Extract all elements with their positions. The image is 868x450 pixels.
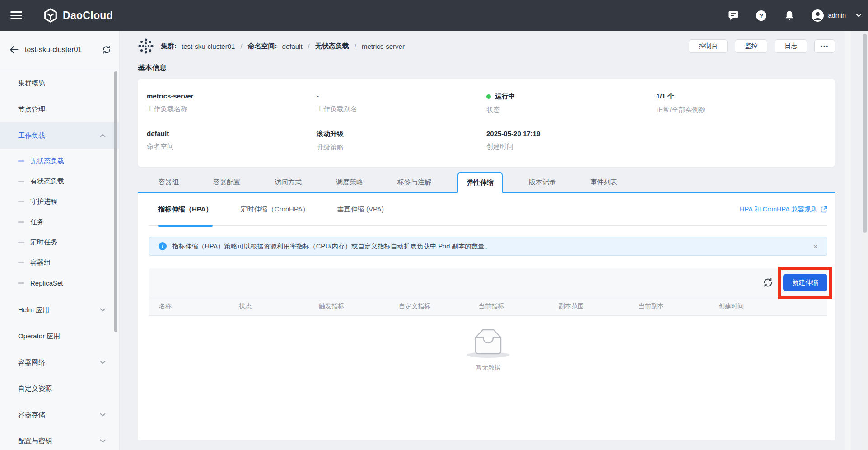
col-status: 状态 [239,302,319,310]
sidebar-item-label: 节点管理 [18,105,45,114]
sidebar-item-container-network[interactable]: 容器网络 [0,349,119,375]
sidebar-item-cronjobs[interactable]: 定时任务 [0,232,119,253]
field-value: default [147,130,317,137]
sidebar-subitem-label: 无状态负载 [30,157,64,165]
back-arrow-icon[interactable] [9,45,19,54]
notification-bell-icon[interactable] [784,9,795,21]
field-created-at: 2025-05-20 17:19 创建时间 [486,130,656,152]
sidebar-item-workloads[interactable]: 工作负载 [0,122,119,149]
window-scrollbar-thumb[interactable] [863,34,867,233]
info-icon: i [159,242,167,250]
col-custom-metric: 自定义指标 [399,302,479,310]
tab-scheduling-policy[interactable]: 调度策略 [328,172,371,192]
user-menu[interactable]: admin [812,9,862,22]
cluster-name: test-sku-cluster01 [25,46,96,54]
banner-close-icon[interactable]: × [813,242,818,251]
subtab-vpa[interactable]: 垂直伸缩 (VPA) [337,193,384,226]
sidebar-item-container-storage[interactable]: 容器存储 [0,402,119,428]
topbar: DaoCloud ? admin [0,0,868,31]
sidebar-item-replicaset[interactable]: ReplicaSet [0,273,119,293]
field-value: metrics-server [147,92,317,100]
breadcrumb: 集群: test-sku-cluster01 / 命名空间: default /… [138,38,405,54]
empty-inbox-icon [467,328,510,358]
field-namespace: default 命名空间 [147,130,317,152]
sidebar-menu: 集群概览 节点管理 工作负载 无状态负载 有状态负载 守护进程 任务 定时任务 … [0,69,119,450]
sidebar-item-label: 容器网络 [18,358,45,367]
switch-cluster-icon[interactable] [102,45,111,54]
help-icon[interactable]: ? [756,9,767,21]
sidebar-subitem-label: 有状态负载 [30,177,64,186]
sidebar-item-daemonsets[interactable]: 守护进程 [0,192,119,212]
username: admin [828,12,846,19]
console-button[interactable]: 控制台 [689,39,728,53]
field-label: 工作负载名称 [147,105,317,113]
tab-labels-annotations[interactable]: 标签与注解 [389,172,439,192]
sidebar-item-operator-apps[interactable]: Operator 应用 [0,323,119,349]
subtab-cronhpa[interactable]: 定时伸缩（CronHPA） [241,193,309,226]
field-value: 2025-05-20 17:19 [486,130,656,137]
col-created-at: 创建时间 [719,302,827,310]
more-actions-button[interactable]: ••• [814,39,835,53]
subtab-hpa[interactable]: 指标伸缩（HPA） [158,193,213,226]
compat-link-label: HPA 和 CronHPA 兼容规则 [740,205,817,214]
create-scaling-button[interactable]: 新建伸缩 [783,274,827,291]
main-content: 集群: test-sku-cluster01 / 命名空间: default /… [120,31,868,450]
col-current-metric: 当前指标 [479,302,559,310]
sidebar-item-custom-resources[interactable]: 自定义资源 [0,375,119,402]
sidebar-item-helm-apps[interactable]: Helm 应用 [0,297,119,323]
sidebar-item-cluster-overview[interactable]: 集群概览 [0,70,119,96]
breadcrumb-workload-name: metrics-server [362,42,405,50]
sidebar-item-pods[interactable]: 容器组 [0,253,119,273]
hpa-cronhpa-compat-link[interactable]: HPA 和 CronHPA 兼容规则 [740,205,827,214]
col-trigger-metric: 触发指标 [319,302,399,310]
scaling-subtabs: 指标伸缩（HPA） 定时伸缩（CronHPA） 垂直伸缩 (VPA) HPA 和… [149,193,827,226]
tab-pods[interactable]: 容器组 [150,172,187,192]
chevron-up-icon [100,134,106,137]
field-label: 工作负载别名 [317,105,486,113]
detail-tabs: 容器组 容器配置 访问方式 调度策略 标签与注解 弹性伸缩 版本记录 事件列表 [138,172,835,193]
brand-name: DaoCloud [63,9,113,22]
empty-state-text: 暂无数据 [476,364,501,372]
window-scrollbar[interactable] [862,31,868,450]
tab-version-history[interactable]: 版本记录 [521,172,564,192]
field-label: 命名空间 [147,142,317,151]
tab-event-list[interactable]: 事件列表 [582,172,625,192]
sidebar-item-label: Operator 应用 [18,332,60,341]
breadcrumb-cluster-value[interactable]: test-sku-cluster01 [182,42,235,50]
breadcrumb-namespace-value[interactable]: default [282,42,303,50]
col-current-replicas: 当前副本 [639,302,719,310]
sidebar-subitem-label: ReplicaSet [30,279,63,287]
monitor-button[interactable]: 监控 [735,39,767,53]
sidebar-item-deployments[interactable]: 无状态负载 [0,151,119,171]
sidebar-item-label: 集群概览 [18,79,45,88]
sidebar-subitem-label: 容器组 [30,258,51,267]
hamburger-menu-icon[interactable] [10,9,22,22]
tab-container-config[interactable]: 容器配置 [205,172,248,192]
sidebar-header: test-sku-cluster01 [0,31,119,69]
tab-auto-scaling[interactable]: 弹性伸缩 [457,172,503,193]
content-scrollbar-track[interactable] [845,31,851,450]
tab-access-method[interactable]: 访问方式 [266,172,310,192]
chevron-down-icon [100,308,106,312]
sidebar-item-config-secrets[interactable]: 配置与密钥 [0,428,119,450]
field-label: 状态 [486,106,656,114]
sidebar-scrollbar-thumb[interactable] [114,71,117,332]
refresh-icon[interactable] [762,277,773,288]
status-running-dot [486,94,491,99]
field-instances: 1/1 个 正常/全部实例数 [656,92,826,114]
sidebar-subitem-label: 守护进程 [30,197,57,206]
logs-button[interactable]: 日志 [775,39,807,53]
chevron-down-icon [100,439,106,443]
brand-logo: DaoCloud [43,8,113,23]
breadcrumb-workload-type[interactable]: 无状态负载 [315,42,349,51]
sidebar-item-label: 配置与密钥 [18,437,52,445]
sidebar: test-sku-cluster01 集群概览 节点管理 工作负载 无状态负载 … [0,31,120,450]
sidebar-item-statefulsets[interactable]: 有状态负载 [0,171,119,192]
auto-scaling-panel: 指标伸缩（HPA） 定时伸缩（CronHPA） 垂直伸缩 (VPA) HPA 和… [138,193,835,440]
sidebar-item-jobs[interactable]: 任务 [0,212,119,232]
sidebar-item-label: Helm 应用 [18,306,49,314]
field-status: 运行中 状态 [486,92,656,114]
feedback-chat-icon[interactable] [728,9,739,21]
sidebar-item-node-management[interactable]: 节点管理 [0,96,119,122]
chevron-down-icon [100,413,106,417]
